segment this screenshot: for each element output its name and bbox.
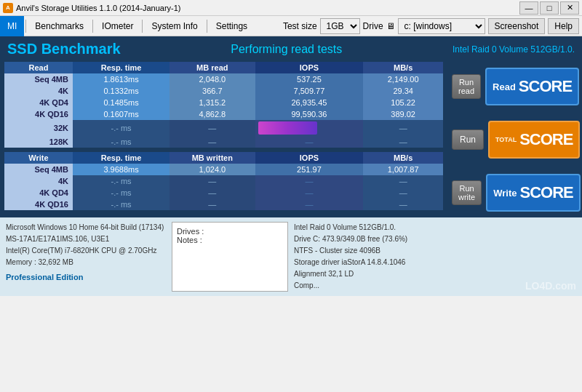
- row-4kqd4-label: 4K QD4: [4, 97, 73, 108]
- ssd-benchmark-title: SSD Benchmark: [7, 41, 121, 57]
- tables-with-buttons: Read Resp. time MB read IOPS MB/s Seq 4M…: [0, 62, 582, 215]
- wrow-4kqd16-resp: -.- ms: [73, 199, 170, 210]
- menu-bar: MI Benchmarks IOmeter System Info Settin…: [0, 16, 582, 36]
- row-4kqd16-mbs: 389.02: [363, 108, 443, 120]
- row-4k-resp: 0.1332ms: [73, 85, 170, 97]
- run-button[interactable]: Run: [452, 129, 484, 150]
- read-score-text: SCORE: [519, 77, 572, 96]
- menu-separator-3: [142, 20, 143, 33]
- read-header-iops: IOPS: [255, 62, 364, 73]
- sys-info-line-2: MS-17A1/E17A1IMS.106, U3E1: [6, 233, 166, 245]
- read-header-resp: Resp. time: [73, 62, 170, 73]
- header: SSD Benchmark Performing read tests Inte…: [0, 36, 582, 62]
- system-info: Microsoft Windows 10 Home 64-bit Build (…: [6, 222, 166, 292]
- write-table: Write Resp. time MB written IOPS MB/s Se…: [0, 152, 447, 212]
- minimize-button[interactable]: —: [519, 1, 538, 15]
- close-button[interactable]: ✕: [560, 1, 579, 15]
- read-header-mbs: MB/s: [363, 62, 443, 73]
- test-size-select[interactable]: 1GB: [320, 18, 360, 34]
- write-header-iops: IOPS: [255, 152, 364, 164]
- menu-separator-1: [25, 20, 26, 33]
- row-4kqd4-mbs: 105.22: [363, 97, 443, 108]
- row-4k-mb: 366.7: [170, 85, 255, 97]
- watermark-text: LO4D.com: [525, 280, 576, 292]
- menu-system-info[interactable]: System Info: [144, 16, 204, 36]
- wrow-4kqd4-resp: -.- ms: [73, 187, 170, 199]
- total-score-box[interactable]: TOTAL SCORE: [488, 121, 580, 159]
- bottom-info: Microsoft Windows 10 Home 64-bit Build (…: [0, 217, 582, 296]
- row-4k-iops: 7,509.77: [255, 85, 364, 97]
- menu-benchmarks[interactable]: Benchmarks: [28, 16, 91, 36]
- row-128k-mb: —: [170, 136, 255, 148]
- read-score-box[interactable]: Read SCORE: [485, 68, 579, 105]
- run-read-button[interactable]: Run read: [452, 74, 481, 99]
- app-icon: A: [3, 3, 13, 13]
- menu-mi[interactable]: MI: [0, 16, 24, 36]
- row-4kqd4-mb: 1,315.2: [170, 97, 255, 108]
- wrow-seq4mb-resp: 3.9688ms: [73, 164, 170, 175]
- write-header-resp: Resp. time: [73, 152, 170, 164]
- table-row: 128K -.- ms — — —: [4, 136, 443, 148]
- row-4kqd16-iops: 99,590.36: [255, 108, 364, 120]
- row-4kqd16-label: 4K QD16: [4, 108, 73, 120]
- wrow-seq4mb-label: Seq 4MB: [4, 164, 73, 175]
- wrow-4kqd16-label: 4K QD16: [4, 199, 73, 210]
- menu-settings[interactable]: Settings: [209, 16, 255, 36]
- tables-section: Read Resp. time MB read IOPS MB/s Seq 4M…: [0, 62, 447, 215]
- screenshot-button[interactable]: Screenshot: [488, 18, 546, 34]
- read-data-table: Read Resp. time MB read IOPS MB/s Seq 4M…: [4, 62, 443, 148]
- right-info-3: NTFS - Cluster size 4096B: [294, 245, 576, 257]
- row-32k-mb: —: [170, 120, 255, 136]
- test-size-label: Test size: [283, 21, 317, 31]
- run-total-section: Run TOTAL SCORE: [452, 121, 578, 159]
- read-header-label: Read: [4, 62, 73, 73]
- write-header-mbs: MB/s: [363, 152, 443, 164]
- title-bar: A Anvil's Storage Utilities 1.1.0 (2014-…: [0, 0, 582, 16]
- menu-iometer[interactable]: IOmeter: [95, 16, 140, 36]
- row-4kqd4-iops: 26,935.45: [255, 97, 364, 108]
- run-read-section: Run read Read SCORE: [452, 68, 578, 105]
- table-row: Seq 4MB 1.8613ms 2,048.0 537.25 2,149.00: [4, 73, 443, 85]
- row-128k-label: 128K: [4, 136, 73, 148]
- sys-info-line-4: Memory : 32,692 MB: [6, 257, 166, 268]
- wrow-4k-resp: -.- ms: [73, 175, 170, 187]
- row-seq4mb-resp: 1.8613ms: [73, 73, 170, 85]
- row-4k-mbs: 29.34: [363, 85, 443, 97]
- table-row: 4K QD16 0.1607ms 4,862.8 99,590.36 389.0…: [4, 108, 443, 120]
- write-header-mb: MB written: [170, 152, 255, 164]
- drive-select[interactable]: c: [windows]: [398, 18, 485, 34]
- notes-label: Notes :: [177, 236, 283, 244]
- row-seq4mb-label: Seq 4MB: [4, 73, 73, 85]
- wrow-4kqd4-mbs: —: [363, 187, 443, 199]
- table-row: Seq 4MB 3.9688ms 1,024.0 251.97 1,007.87: [4, 164, 443, 175]
- sys-info-line-3: Intel(R) Core(TM) i7-6820HK CPU @ 2.70GH…: [6, 245, 166, 257]
- write-data-table: Write Resp. time MB written IOPS MB/s Se…: [4, 152, 443, 210]
- read-score-label: Read: [493, 81, 516, 92]
- row-32k-label: 32K: [4, 120, 73, 136]
- row-4kqd16-mb: 4,862.8: [170, 108, 255, 120]
- row-4k-label: 4K: [4, 85, 73, 97]
- write-score-label: Write: [493, 188, 517, 199]
- maximize-button[interactable]: □: [540, 1, 559, 15]
- read-table: Read Resp. time MB read IOPS MB/s Seq 4M…: [0, 62, 447, 149]
- run-write-button[interactable]: Run write: [452, 180, 482, 205]
- read-header-mb: MB read: [170, 62, 255, 73]
- write-score-text: SCORE: [520, 183, 573, 202]
- help-button[interactable]: Help: [548, 18, 579, 34]
- window-title: Anvil's Storage Utilities 1.1.0 (2014-Ja…: [16, 4, 180, 12]
- row-seq4mb-mbs: 2,149.00: [363, 73, 443, 85]
- write-score-box[interactable]: Write SCORE: [486, 174, 581, 212]
- drive-icon: 🖥: [386, 21, 395, 31]
- right-panel: Run read Read SCORE Run TOTAL: [447, 62, 582, 215]
- edition-label: Professional Edition: [6, 271, 166, 284]
- row-128k-resp: -.- ms: [73, 136, 170, 148]
- wrow-4k-mbs: —: [363, 175, 443, 187]
- wrow-seq4mb-mb: 1,024.0: [170, 164, 255, 175]
- total-score-top-label: TOTAL: [495, 136, 517, 143]
- table-row: 4K QD4 -.- ms — — —: [4, 187, 443, 199]
- wrow-4kqd16-mb: —: [170, 199, 255, 210]
- drives-label: Drives :: [177, 227, 283, 236]
- row-seq4mb-mb: 2,048.0: [170, 73, 255, 85]
- table-row: 32K -.- ms — —: [4, 120, 443, 136]
- drive-label: Drive: [363, 21, 383, 31]
